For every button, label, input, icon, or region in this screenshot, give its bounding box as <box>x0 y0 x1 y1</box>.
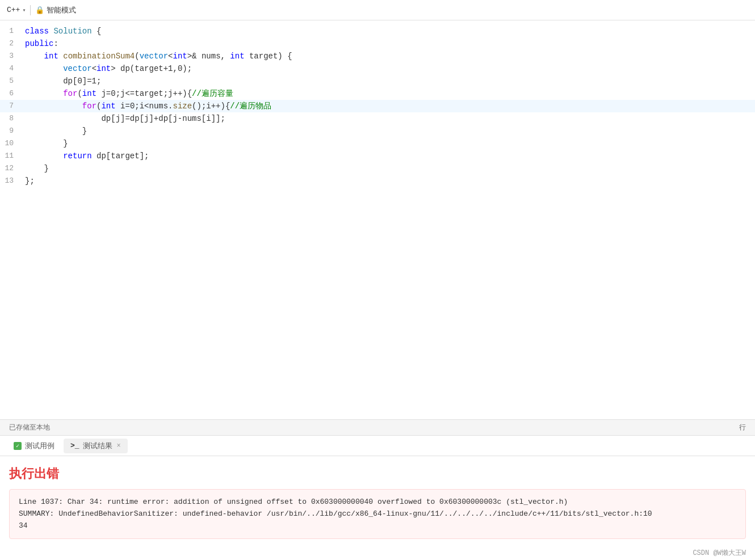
token-plain: >& nums, <box>187 52 230 61</box>
tab-test-cases[interactable]: 测试用例 <box>7 439 61 453</box>
token-plain: { <box>92 27 102 36</box>
token-plain: ( <box>135 52 139 61</box>
mode-display: 🔒 智能模式 <box>35 5 76 15</box>
panel-content: 执行出错 Line 1037: Char 34: runtime error: … <box>0 456 755 560</box>
code-container[interactable]: 1class Solution {2public:3 int combinati… <box>0 20 755 419</box>
code-line: 4 vector<int> dp(target+1,0); <box>0 62 755 75</box>
error-title: 执行出错 <box>9 465 746 482</box>
language-selector[interactable]: C++ ▾ <box>7 6 26 14</box>
panel-tabs: 测试用例 >_ 测试结果 × <box>0 436 755 456</box>
token-kw: class <box>25 27 49 36</box>
token-plain: : <box>53 39 58 48</box>
watermark: CSDN @W懒大王W <box>693 548 746 558</box>
line-content[interactable]: } <box>23 162 755 175</box>
line-number: 6 <box>0 87 23 100</box>
status-bar: 已存储至本地 行 <box>0 419 755 435</box>
token-cls: Solution <box>53 27 91 36</box>
line-number: 7 <box>0 100 23 112</box>
line-content[interactable]: vector<int> dp(target+1,0); <box>23 62 755 75</box>
error-box: Line 1037: Char 34: runtime error: addit… <box>9 489 746 539</box>
token-plain: dp[target]; <box>92 151 149 161</box>
line-content[interactable]: } <box>23 137 755 150</box>
editor-area[interactable]: 1class Solution {2public:3 int combinati… <box>0 20 755 419</box>
token-plain <box>25 64 63 73</box>
code-line: 12 } <box>0 162 755 175</box>
code-line: 8 dp[j]=dp[j]+dp[j-nums[i]]; <box>0 112 755 125</box>
checkbox-icon <box>14 442 22 450</box>
code-line: 7 for(int i=0;i<nums.size();i++){//遍历物品 <box>0 100 755 112</box>
line-content[interactable]: dp[j]=dp[j]+dp[j-nums[i]]; <box>23 112 755 125</box>
token-kw: int <box>101 102 115 111</box>
line-number: 10 <box>0 137 23 150</box>
token-plain: target) { <box>245 52 292 61</box>
token-kw: int <box>44 52 58 61</box>
tab-test-results-label: 测试结果 <box>83 441 112 451</box>
mode-label: 智能模式 <box>47 5 76 15</box>
code-line: 1class Solution { <box>0 25 755 37</box>
token-kw: int <box>230 52 244 61</box>
toolbar-separator <box>30 5 31 15</box>
token-plain: dp[0]=1; <box>25 77 101 86</box>
token-plain: j=0;j<=target;j++){ <box>97 89 192 98</box>
token-kw: int <box>82 89 97 98</box>
code-line: 5 dp[0]=1; <box>0 75 755 87</box>
tab-close-icon[interactable]: × <box>117 442 121 450</box>
token-kw: int <box>97 64 111 73</box>
token-type: vector <box>63 64 91 73</box>
line-number: 2 <box>0 37 23 50</box>
token-plain: < <box>168 52 173 61</box>
token-kw: int <box>173 52 187 61</box>
line-content[interactable]: }; <box>23 175 755 187</box>
token-comment: //遍历容量 <box>192 89 233 98</box>
error-line-1: Line 1037: Char 34: runtime error: addit… <box>19 496 736 508</box>
error-line-2: SUMMARY: UndefinedBehaviorSanitizer: und… <box>19 508 736 520</box>
code-line: 10 } <box>0 137 755 150</box>
line-content[interactable]: public: <box>23 37 755 50</box>
token-kw-for: for <box>82 102 97 111</box>
token-plain: i=0;i<nums. <box>116 102 173 111</box>
chevron-down-icon: ▾ <box>22 7 26 14</box>
token-plain <box>25 151 63 161</box>
token-plain: dp[j]=dp[j]+dp[j-nums[i]]; <box>25 114 225 123</box>
language-label: C++ <box>7 6 20 14</box>
tab-test-cases-label: 测试用例 <box>25 441 54 451</box>
line-number: 4 <box>0 62 23 75</box>
line-number: 8 <box>0 112 23 125</box>
error-line-3: 34 <box>19 520 736 532</box>
line-number: 1 <box>0 25 23 37</box>
token-plain: }; <box>25 176 35 186</box>
token-plain <box>25 52 44 61</box>
token-plain <box>25 102 82 111</box>
code-line: 2public: <box>0 37 755 50</box>
line-number: 11 <box>0 150 23 162</box>
token-pub: public <box>25 39 53 48</box>
bottom-panel: 测试用例 >_ 测试结果 × 执行出错 Line 1037: Char 34: … <box>0 435 755 560</box>
line-content[interactable]: return dp[target]; <box>23 150 755 162</box>
token-plain: ( <box>77 89 82 98</box>
code-line: 11 return dp[target]; <box>0 150 755 162</box>
status-right: 行 <box>739 423 746 432</box>
code-line: 6 for(int j=0;j<=target;j++){//遍历容量 <box>0 87 755 100</box>
code-line: 13}; <box>0 175 755 187</box>
token-comment: //遍历物品 <box>230 102 271 111</box>
token-plain <box>25 89 63 98</box>
token-plain: > dp(target+1,0); <box>111 64 192 73</box>
status-left: 已存储至本地 <box>9 423 50 432</box>
line-content[interactable]: for(int i=0;i<nums.size();i++){//遍历物品 <box>23 100 755 112</box>
line-content[interactable]: dp[0]=1; <box>23 75 755 87</box>
line-number: 13 <box>0 175 23 187</box>
token-fn: combinationSum4 <box>63 52 135 61</box>
token-plain: } <box>25 164 49 173</box>
token-ret: return <box>63 151 91 161</box>
line-content[interactable]: int combinationSum4(vector<int>& nums, i… <box>23 50 755 62</box>
token-plain: ();i++){ <box>192 102 230 111</box>
token-fn: size <box>173 102 192 111</box>
line-number: 3 <box>0 50 23 62</box>
line-number: 9 <box>0 125 23 137</box>
line-content[interactable]: for(int j=0;j<=target;j++){//遍历容量 <box>23 87 755 100</box>
tab-test-results[interactable]: >_ 测试结果 × <box>64 439 128 453</box>
line-content[interactable]: } <box>23 125 755 137</box>
token-plain <box>58 52 63 61</box>
code-line: 9 } <box>0 125 755 137</box>
line-content[interactable]: class Solution { <box>23 25 755 37</box>
